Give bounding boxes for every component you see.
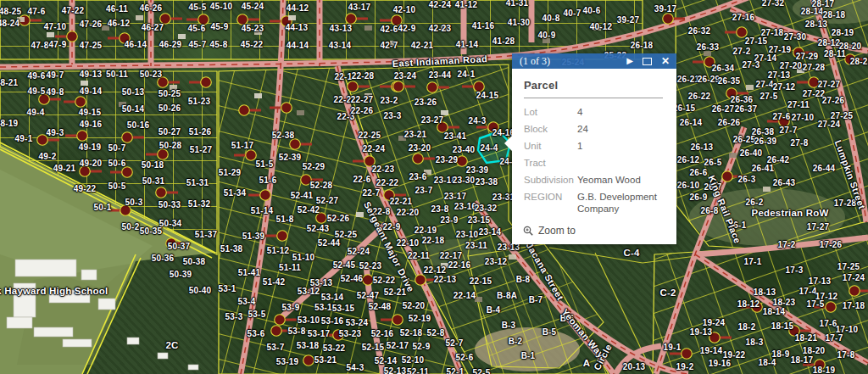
popup-field-row: Block24 xyxy=(524,124,665,136)
zoom-to-icon xyxy=(523,226,534,237)
field-value: 24 xyxy=(577,124,665,136)
popup-fields: Lot4Block24Unit1TractSubdivisionYeoman W… xyxy=(524,107,665,215)
popup-body: Parcel Lot4Block24Unit1TractSubdivisionY… xyxy=(512,69,676,244)
field-value xyxy=(577,158,665,170)
field-label: Unit xyxy=(524,141,572,153)
next-feature-icon[interactable]: ▶ xyxy=(626,53,633,69)
close-icon[interactable]: ✕ xyxy=(661,53,670,69)
field-label: Tract xyxy=(524,158,572,170)
popup-pager: (1 of 3) xyxy=(520,55,617,68)
field-label: REGION xyxy=(524,192,572,215)
title-divider xyxy=(524,98,663,98)
parcel-grid xyxy=(0,0,868,374)
field-label: Block xyxy=(524,124,572,136)
dock-icon[interactable] xyxy=(643,58,652,65)
popup-header[interactable]: (1 of 3) ▶ ✕ xyxy=(512,53,676,69)
popup-title: Parcel xyxy=(524,69,665,92)
field-value: G.B. Development Company xyxy=(577,192,665,215)
popup-field-row: Lot4 xyxy=(524,107,665,119)
popup-field-row: REGIONG.B. Development Company xyxy=(524,192,665,215)
field-value: 1 xyxy=(577,141,665,153)
field-value: 4 xyxy=(577,107,665,119)
map-graphics xyxy=(0,0,868,374)
field-value: Yeoman Wood xyxy=(577,175,665,187)
popup: (1 of 3) ▶ ✕ Parcel Lot4Block24Unit1Trac… xyxy=(512,53,676,244)
popup-pointer xyxy=(504,136,512,151)
popup-field-row: Unit1 xyxy=(524,141,665,153)
popup-field-row: SubdivisionYeoman Wood xyxy=(524,175,665,187)
field-label: Subdivision xyxy=(524,175,572,187)
popup-field-row: Tract xyxy=(524,158,665,170)
map-canvas[interactable]: 48-2547-647-2246-1146-2645-545-1048-2447… xyxy=(0,0,868,374)
field-label: Lot xyxy=(524,107,572,119)
zoom-to-button[interactable]: Zoom to xyxy=(523,225,576,237)
zoom-to-label: Zoom to xyxy=(538,225,576,237)
